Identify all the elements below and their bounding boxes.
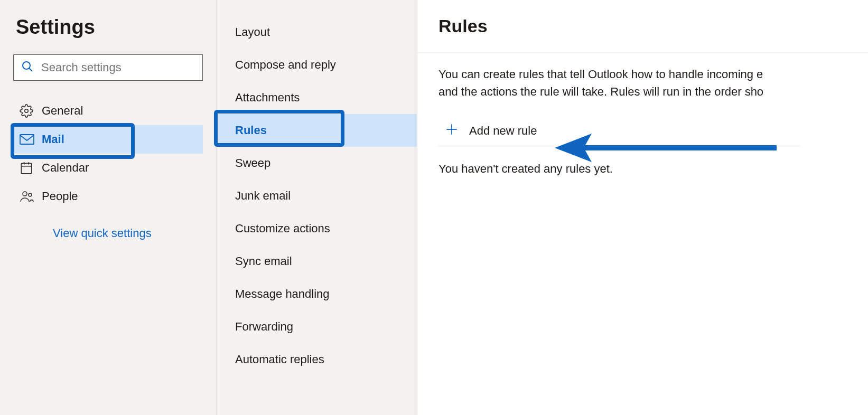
subnav-item-compose-reply[interactable]: Compose and reply xyxy=(217,49,417,81)
sidebar-item-mail[interactable]: Mail xyxy=(13,125,203,154)
search-icon xyxy=(21,60,41,75)
settings-subnav: Layout Compose and reply Attachments Rul… xyxy=(217,0,417,415)
subnav-item-automatic-replies[interactable]: Automatic replies xyxy=(217,343,417,376)
annotation-highlight-rules xyxy=(214,110,344,147)
subnav-item-junk-email[interactable]: Junk email xyxy=(217,180,417,212)
subnav-item-sweep[interactable]: Sweep xyxy=(217,147,417,180)
svg-point-0 xyxy=(23,62,30,69)
view-quick-settings-link[interactable]: View quick settings xyxy=(13,211,203,248)
subnav-item-customize-actions[interactable]: Customize actions xyxy=(217,212,417,245)
subnav-item-message-handling[interactable]: Message handling xyxy=(217,278,417,310)
add-new-rule-label: Add new rule xyxy=(469,124,537,138)
plus-icon xyxy=(445,122,459,139)
content-title: Rules xyxy=(438,16,868,36)
svg-point-14 xyxy=(23,192,27,196)
sidebar-item-general[interactable]: General xyxy=(13,97,203,125)
subnav-item-label: Rules xyxy=(235,124,267,137)
subnav-item-layout[interactable]: Layout xyxy=(217,16,417,49)
settings-sidebar: Settings General Mail xyxy=(0,0,217,415)
sidebar-item-people[interactable]: People xyxy=(13,182,203,211)
sidebar-item-label: People xyxy=(42,190,78,203)
page-title: Settings xyxy=(13,16,203,39)
subnav-item-rules[interactable]: Rules xyxy=(217,114,417,147)
subnav-item-sync-email[interactable]: Sync email xyxy=(217,245,417,278)
rules-description: You can create rules that tell Outlook h… xyxy=(438,65,868,100)
people-icon xyxy=(20,190,42,203)
add-new-rule-button[interactable]: Add new rule xyxy=(438,116,800,146)
sidebar-item-calendar[interactable]: Calendar xyxy=(13,154,203,182)
calendar-icon xyxy=(20,161,42,175)
svg-rect-4 xyxy=(21,163,32,174)
sidebar-item-label: Mail xyxy=(42,133,64,146)
gear-icon xyxy=(20,104,42,118)
rules-empty-state: You haven't created any rules yet. xyxy=(438,162,868,176)
sidebar-item-label: General xyxy=(42,104,83,118)
svg-point-15 xyxy=(29,193,32,196)
search-input[interactable] xyxy=(41,61,195,74)
mail-icon xyxy=(20,134,42,145)
search-settings-field[interactable] xyxy=(13,54,203,81)
svg-rect-3 xyxy=(20,135,34,144)
divider xyxy=(417,52,868,53)
sidebar-item-label: Calendar xyxy=(42,161,89,175)
rules-content-panel: Rules You can create rules that tell Out… xyxy=(417,0,868,415)
subnav-item-attachments[interactable]: Attachments xyxy=(217,81,417,114)
subnav-item-forwarding[interactable]: Forwarding xyxy=(217,310,417,343)
svg-point-2 xyxy=(25,109,29,113)
svg-line-1 xyxy=(29,68,32,71)
